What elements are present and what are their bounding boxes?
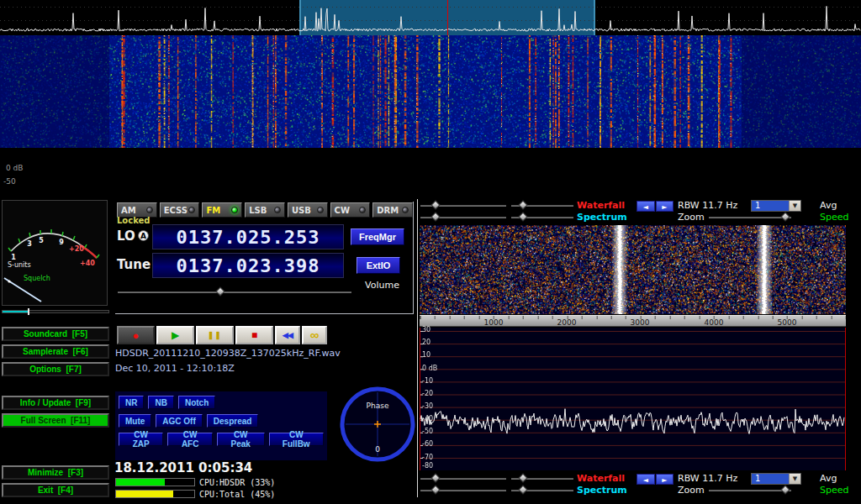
nr-button[interactable]: NR — [119, 396, 144, 409]
zoom-slider[interactable] — [709, 486, 791, 496]
extio-button[interactable]: ExtIO — [357, 257, 400, 274]
nb-button[interactable]: NB — [148, 396, 173, 409]
speed-label: Speed — [820, 212, 848, 223]
mode-label: AM — [121, 206, 136, 215]
record-button[interactable]: ● — [117, 326, 155, 344]
info-update-button[interactable]: Info / Update [F9] — [2, 396, 109, 410]
wf-brightness-slider[interactable] — [420, 474, 506, 484]
mode-fm-button[interactable]: FM — [202, 202, 242, 218]
mode-led-icon — [317, 207, 324, 213]
mode-usb-button[interactable]: USB — [288, 202, 328, 218]
mini-db-label: 0 dB — [6, 165, 23, 172]
cw-afc-button[interactable]: CW AFC — [167, 433, 213, 446]
slider-groove — [709, 217, 791, 218]
mini-db-label: -50 — [3, 178, 16, 186]
chevron-down-icon[interactable]: ▼ — [789, 201, 800, 211]
slider-thumb[interactable] — [430, 212, 440, 221]
af-waterfall-display[interactable] — [420, 225, 846, 314]
zoom-slider[interactable] — [709, 213, 791, 223]
slider-thumb[interactable] — [518, 485, 527, 494]
mode-label: ECSS — [164, 206, 188, 215]
mode-drm-button[interactable]: DRM — [372, 202, 413, 218]
pan-right-button[interactable]: ► — [656, 474, 674, 485]
pan-arrows: ◄ ► — [637, 474, 673, 485]
pan-arrows: ◄ ► — [637, 201, 673, 212]
samplerate-button[interactable]: Samplerate [F6] — [2, 344, 109, 359]
rewind-button[interactable]: ◀◀ — [275, 326, 300, 344]
mode-lsb-button[interactable]: LSB — [245, 202, 285, 218]
s-meter: 1 3 5 9 +20 +40 S-units Squelch — [2, 200, 108, 306]
wf-contrast-slider[interactable] — [511, 201, 573, 211]
notch-button[interactable]: Notch — [178, 396, 215, 409]
tune-frequency-display[interactable]: 0137.023.398 — [152, 253, 344, 278]
spectrum-gain-slider[interactable] — [420, 213, 506, 223]
avg-select-value: 1 — [752, 474, 789, 484]
cw-zap-button[interactable]: CW ZAP — [119, 433, 163, 446]
volume-slider[interactable] — [118, 287, 351, 297]
af-scale-label: 2000 — [550, 319, 584, 327]
mute-button[interactable]: Mute — [119, 414, 151, 428]
slider-thumb[interactable] — [518, 212, 527, 221]
zoom-label: Zoom — [678, 485, 705, 496]
options-button[interactable]: Options [F7] — [2, 362, 109, 376]
af-frequency-scale[interactable]: 1000 2000 3000 4000 5000 — [420, 315, 846, 327]
slider-thumb[interactable] — [430, 473, 440, 482]
meter-tick-label: 9 — [59, 239, 64, 246]
slider-thumb[interactable] — [780, 212, 790, 221]
freqmgr-button[interactable]: FreqMgr — [351, 228, 404, 245]
despread-button[interactable]: Despread — [207, 414, 259, 428]
loop-button[interactable]: ∞ — [302, 326, 327, 344]
recording-filename: HDSDR_20111210_120938Z_137025kHz_RF.wav — [115, 348, 341, 359]
main-spectrum-display[interactable] — [0, 0, 861, 35]
spectrum-range-slider[interactable] — [511, 486, 573, 496]
soundcard-button[interactable]: Soundcard [F5] — [2, 327, 109, 341]
fullscreen-button[interactable]: Full Screen [F11] — [2, 413, 109, 428]
mode-ecss-button[interactable]: ECSS — [160, 202, 200, 218]
play-icon: ▶ — [172, 330, 179, 340]
squelch-slider[interactable] — [2, 307, 109, 316]
spectrum-gain-slider[interactable] — [420, 486, 506, 496]
spectrum-tab[interactable]: Spectrum — [577, 485, 627, 496]
cpu-hdsdr-bar — [115, 478, 195, 486]
lo-lock-badge-icon[interactable]: A — [138, 230, 149, 241]
avg-select-value: 1 — [752, 201, 789, 211]
avg-select[interactable]: 1 ▼ — [751, 200, 801, 212]
lo-frequency-display[interactable]: 0137.025.253 — [152, 224, 344, 249]
squelch-thumb[interactable] — [28, 308, 29, 315]
cpu-hdsdr-label: CPU:HDSDR (33%) — [199, 478, 275, 487]
phase-scope[interactable]: Phase 0 — [340, 386, 415, 462]
exit-button[interactable]: Exit [F4] — [2, 483, 109, 497]
squelch-label: Squelch — [24, 275, 50, 282]
slider-thumb[interactable] — [430, 485, 440, 494]
af-scale-label: 1000 — [477, 319, 510, 327]
minimize-button[interactable]: Minimize [F3] — [2, 465, 109, 480]
spectrum-range-slider[interactable] — [511, 213, 573, 223]
agc-off-button[interactable]: AGC Off — [156, 414, 202, 428]
stop-button[interactable]: ■ — [235, 326, 273, 344]
spectrum-tab[interactable]: Spectrum — [577, 212, 627, 223]
playback-controls: ● ▶ ❚❚ ■ ◀◀ ∞ — [117, 326, 327, 344]
pause-button[interactable]: ❚❚ — [196, 326, 234, 344]
lo-label: LO — [117, 228, 135, 244]
wf-contrast-slider[interactable] — [511, 474, 573, 484]
mode-led-icon — [188, 207, 195, 213]
waterfall-tab[interactable]: Waterfall — [577, 473, 625, 484]
slider-thumb[interactable] — [430, 200, 440, 209]
pan-left-button[interactable]: ◄ — [637, 474, 655, 485]
mode-led-icon — [359, 207, 366, 213]
slider-thumb[interactable] — [780, 485, 790, 494]
pan-right-button[interactable]: ► — [656, 201, 674, 212]
mode-cw-button[interactable]: CW — [330, 202, 371, 218]
waterfall-tab[interactable]: Waterfall — [577, 200, 625, 211]
af-spectrum-display[interactable] — [420, 328, 846, 470]
play-button[interactable]: ▶ — [156, 326, 194, 344]
avg-select[interactable]: 1 ▼ — [751, 473, 801, 485]
slider-thumb[interactable] — [518, 200, 527, 209]
volume-thumb[interactable] — [215, 286, 224, 296]
cw-fullbw-button[interactable]: CW FullBw — [269, 433, 324, 446]
chevron-down-icon[interactable]: ▼ — [789, 474, 800, 484]
wf-brightness-slider[interactable] — [420, 201, 506, 211]
pan-left-button[interactable]: ◄ — [637, 201, 655, 212]
cw-peak-button[interactable]: CW Peak — [217, 433, 265, 446]
slider-thumb[interactable] — [518, 473, 527, 482]
